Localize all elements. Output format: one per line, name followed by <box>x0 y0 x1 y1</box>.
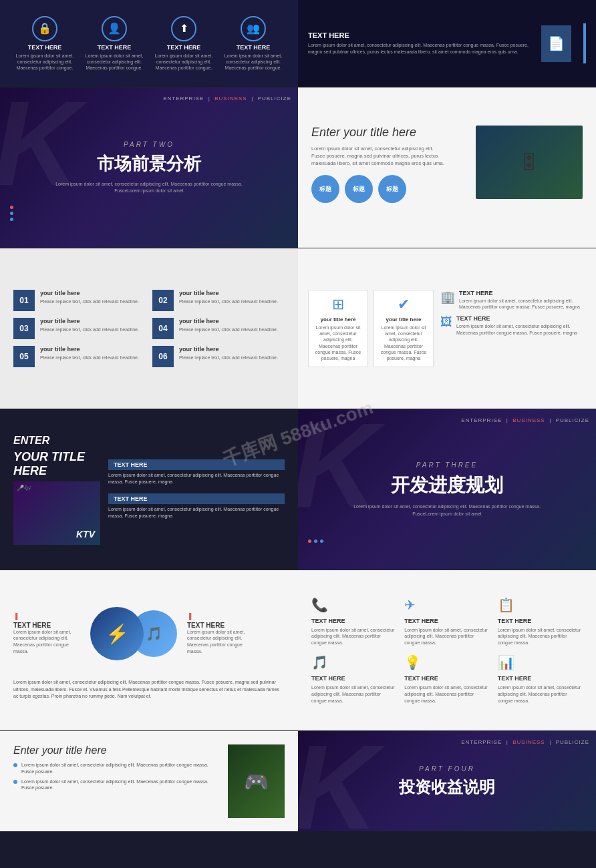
r3-left-cards: ⊞ your title here Lorem ipsum dolor sit … <box>308 290 434 367</box>
r3-list-desc-1: Lorem ipsum dolor sit amet, consectetur … <box>456 323 586 335</box>
num-title-01: your title here <box>40 290 139 296</box>
num-content-02: your title here Please replace text, cli… <box>179 290 278 305</box>
num-item-01: 01 your title here Please replace text, … <box>13 290 146 311</box>
ig-title-5: TEXT HERE <box>498 675 532 682</box>
num-content-06: your title here Please replace text, cli… <box>179 346 278 361</box>
bullet-item-0: Lorem ipsum dolor sit amet, consectetur … <box>13 762 218 775</box>
r3-list-icon-1: 🖼 <box>440 315 452 329</box>
document-icon: 📄 <box>541 25 571 62</box>
ktv-image-box: 🎤🎶 KTV <box>13 481 100 545</box>
num-box-04: 04 <box>152 318 174 339</box>
circle-main: ⚡ <box>90 607 144 660</box>
bar-left: ▐ <box>13 613 80 620</box>
num-desc-02: Please replace text, click add relevant … <box>179 298 278 305</box>
row5-right: 📞 TEXT HERE Lorem ipsum dolor sit amet, … <box>298 570 596 730</box>
num-item-03: 03 your title here Please replace text, … <box>13 318 146 339</box>
blue-bar-decoration <box>583 23 586 63</box>
icon-desc-user: Lorem ipsum dolor sit amet, consectetur … <box>223 53 283 71</box>
row4-right: K ENTERPRISE | BUSINESS | PUBLICIZE PART… <box>298 409 596 570</box>
num-item-02: 02 your title here Please replace text, … <box>152 290 285 311</box>
r3-card-desc-1: Lorem ipsum dolor sit amet, consectetur … <box>380 324 428 361</box>
bullet-dot-0 <box>13 763 17 767</box>
r3-list-icon-0: 🏢 <box>440 290 455 304</box>
row-3: 01 your title here Please replace text, … <box>0 248 596 409</box>
ktv-label: KTV <box>76 529 95 539</box>
icon-title-lock: TEXT HERE <box>28 44 62 51</box>
icon-desc-lock: Lorem ipsum dolor sit amet, consectetur … <box>15 53 75 71</box>
r4-text-item-1: TEXT HERE Lorem ipsum dolor sit amet, co… <box>108 493 285 519</box>
row3-right-grid: ⊞ your title here Lorem ipsum dolor sit … <box>308 290 586 367</box>
icon-item-upload: ⬆ TEXT HERE Lorem ipsum dolor sit amet, … <box>154 16 214 71</box>
row4-left-title-col: ENTER YOUR TITLE HERE 🎤🎶 KTV <box>13 435 100 545</box>
num-box-02: 02 <box>152 290 174 311</box>
r4-text-item-0: TEXT HERE Lorem ipsum dolor sit amet, co… <box>108 459 285 485</box>
row4-left: ENTER YOUR TITLE HERE 🎤🎶 KTV TEXT HERE L… <box>0 409 298 570</box>
row5-left-text-block: ▐ TEXT HERE Lorem ipsum dolor sit amet, … <box>13 613 80 655</box>
ig-title-2: TEXT HERE <box>498 618 532 624</box>
num-desc-06: Please replace text, click add relevant … <box>179 355 278 361</box>
icon-title-user: TEXT HERE <box>237 44 271 51</box>
r4-block-title-1: TEXT HERE <box>108 493 285 504</box>
person-icon: 👤 <box>102 16 127 41</box>
ig-icon-5: 📊 <box>498 654 514 670</box>
row1-right: TEXT HERE Lorem ipsum dolor sit amet, co… <box>298 0 596 87</box>
main-title-r4: 开发进度规划 <box>391 473 503 498</box>
ig-desc-5: Lorem ipsum dolor sit amet, consectetur … <box>498 684 583 704</box>
num-item-06: 06 your title here Please replace text, … <box>152 346 285 367</box>
num-content-03: your title here Please replace text, cli… <box>40 318 139 333</box>
slide-nav-r4: ENTERPRISE | BUSINESS | PUBLICIZE <box>461 417 589 423</box>
main-title-zh: 市场前景分析 <box>97 152 201 176</box>
dot-r4-1 <box>308 539 311 543</box>
row-5: ▐ TEXT HERE Lorem ipsum dolor sit amet, … <box>0 570 596 730</box>
ktv-image: 🎛 <box>476 126 583 199</box>
r3-card-title-1: your title here <box>386 316 422 322</box>
bullet-item-1: Lorem ipsum dolor sit amet, consectetur … <box>13 779 218 792</box>
num-content-01: your title here Please replace text, cli… <box>40 290 139 305</box>
ig-item-2: 📋 TEXT HERE Lorem ipsum dolor sit amet, … <box>498 597 583 646</box>
num-title-02: your title here <box>179 290 278 296</box>
r3-right-list: 🏢 TEXT HERE Lorem ipsum dolor sit amet, … <box>440 290 586 367</box>
row3-left: 01 your title here Please replace text, … <box>0 248 298 409</box>
r3-list-text-0: TEXT HERE Lorem ipsum dolor sit amet, co… <box>459 290 586 310</box>
main-title-r6: 投资收益说明 <box>399 777 495 798</box>
enter-title: Enter your title here <box>311 126 466 140</box>
r4-block-title-0: TEXT HERE <box>108 459 285 470</box>
row6-right: K ENTERPRISE | BUSINESS | PUBLICIZE PART… <box>298 731 596 831</box>
ig-desc-1: Lorem ipsum dolor sit amet, consectetur … <box>404 627 489 646</box>
r3-list-title-0: TEXT HERE <box>459 290 586 296</box>
circles-area: ⚡ 🎵 <box>90 607 177 660</box>
num-title-04: your title here <box>179 318 278 324</box>
num-box-05: 05 <box>13 346 35 367</box>
num-item-04: 04 your title here Please replace text, … <box>152 318 285 339</box>
right-icon-desc: Lorem ipsum dolor sit amet, consectetur … <box>187 629 254 655</box>
part-four-label: PART FOUR <box>419 765 475 773</box>
icon-item-person: 👤 TEXT HERE Lorem ipsum dolor sit amet, … <box>84 16 144 71</box>
ig-title-4: TEXT HERE <box>404 675 438 682</box>
num-box-06: 06 <box>152 346 174 367</box>
row6-text-col: Enter your title here Lorem ipsum dolor … <box>13 744 218 818</box>
r3-card-0: ⊞ your title here Lorem ipsum dolor sit … <box>308 290 368 367</box>
tag-btn-2[interactable]: 标题 <box>378 175 406 203</box>
ig-desc-0: Lorem ipsum dolor sit amet, consectetur … <box>311 627 396 646</box>
r3-list-title-1: TEXT HERE <box>456 315 586 322</box>
row6-left-inner: Enter your title here Lorem ipsum dolor … <box>13 744 285 818</box>
r3-card-icon-1: ✔ <box>398 296 410 313</box>
ig-item-4: 💡 TEXT HERE Lorem ipsum dolor sit amet, … <box>404 654 489 704</box>
r3-card-1: ✔ your title here Lorem ipsum dolor sit … <box>374 290 434 367</box>
user-icon: 👥 <box>241 16 266 41</box>
slide-nav-r6: ENTERPRISE | BUSINESS | PUBLICIZE <box>461 739 589 745</box>
row1-right-title: TEXT HERE <box>308 31 529 39</box>
ig-item-3: 🎵 TEXT HERE Lorem ipsum dolor sit amet, … <box>311 654 396 704</box>
num-box-01: 01 <box>13 290 35 311</box>
tag-btn-1[interactable]: 标题 <box>345 175 373 203</box>
tag-btn-0[interactable]: 标题 <box>311 175 339 203</box>
num-desc-01: Please replace text, click add relevant … <box>40 298 139 305</box>
lock-icon: 🔒 <box>32 16 57 41</box>
slide-nav: ENTERPRISE | BUSINESS | PUBLICIZE <box>163 95 291 101</box>
row-2: K ENTERPRISE | BUSINESS | PUBLICIZE PART… <box>0 87 596 248</box>
row6-enter-title: Enter your title here <box>13 744 218 756</box>
num-desc-04: Please replace text, click add relevant … <box>179 327 278 333</box>
r3-list-item-1: 🖼 TEXT HERE Lorem ipsum dolor sit amet, … <box>440 315 586 335</box>
dots-indicator-r4 <box>308 539 323 543</box>
ig-title-3: TEXT HERE <box>311 675 345 682</box>
